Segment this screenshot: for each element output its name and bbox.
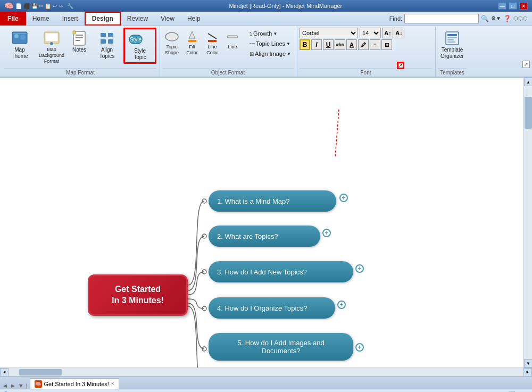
scroll-up-arrow[interactable]: ▲ (524, 78, 532, 86)
topic-4-plus[interactable]: + (337, 301, 346, 309)
font-row-1: Corbel 14 A↑ A↓ (300, 28, 404, 38)
close-button[interactable]: ✕ (519, 2, 528, 10)
topic-3[interactable]: 3. How do I Add New Topics? (209, 261, 353, 282)
more-button[interactable]: ⊞ (381, 39, 392, 50)
tab-icon: 🧠 (35, 380, 42, 388)
topic-1-plus[interactable]: + (339, 194, 348, 202)
align-topics-label: Align Topics (94, 47, 120, 60)
ribbon: Map Theme MapBackground Format (0, 26, 532, 78)
topic-5-plus[interactable]: + (355, 343, 364, 352)
topic-2[interactable]: 2. What are Topics? (209, 226, 320, 247)
menu-file[interactable]: File (0, 12, 26, 26)
fill-color-button[interactable]: FillColor (182, 28, 202, 57)
growth-dropdown-arrow: ▼ (273, 31, 277, 36)
font-color-button[interactable]: A (346, 39, 357, 50)
maximize-button[interactable]: □ (509, 2, 517, 10)
background-button[interactable]: MapBackground Format (36, 28, 67, 66)
canvas: Get StartedIn 3 Minutes! 1. What is a Mi… (0, 78, 523, 368)
underline-button[interactable]: U (323, 39, 334, 50)
topic-5-label: 5. How do I Add Images andDocuments? (237, 339, 324, 355)
topic-shape-button[interactable]: TopicShape (162, 28, 181, 57)
find-input[interactable] (404, 14, 479, 23)
find-search-icon[interactable]: 🔍 (481, 15, 489, 22)
svg-point-31 (202, 270, 206, 274)
topic-1-label: 1. What is a Mind Map? (217, 197, 290, 205)
menu-review[interactable]: Review (121, 12, 154, 26)
scroll-thumb-v[interactable] (525, 97, 532, 129)
horizontal-scrollbar: ◄ ► (0, 368, 532, 376)
nav-down[interactable]: ▼ (18, 382, 24, 389)
tab-get-started[interactable]: 🧠 Get Started In 3 Minutes! × (30, 378, 119, 389)
growth-button[interactable]: ⤵ Growth ▼ (247, 29, 294, 38)
topic-3-label: 3. How do I Add New Topics? (217, 268, 307, 276)
line-color-button[interactable]: LineColor (203, 28, 222, 57)
template-organizer-label: TemplateOrganizer (440, 47, 464, 60)
font-increase-btn[interactable]: A↑ (383, 28, 393, 38)
strikethrough-button[interactable]: abc (335, 39, 345, 50)
font-expand-button[interactable]: ↗ (397, 62, 404, 69)
topic-lines-button[interactable]: 〰 Topic Lines ▼ (247, 39, 294, 48)
line-color-icon (205, 29, 220, 44)
vertical-scrollbar: ▲ ▼ (523, 78, 532, 368)
notes-button[interactable]: Notes (68, 28, 90, 55)
window-title: Mindjet [Read-Only] - Mindjet MindManage… (73, 3, 498, 9)
ribbon-expand-button[interactable]: ↗ (522, 61, 530, 68)
background-label: MapBackground Format (39, 47, 64, 64)
svg-point-30 (202, 234, 206, 238)
tab-close-button[interactable]: × (111, 381, 114, 387)
svg-text:Style: Style (130, 37, 142, 43)
status-bar: 👤 Log In to Mindjet ▼ 🔄 ⊞ ⚙ (0, 389, 532, 392)
template-organizer-button[interactable]: TemplateOrganizer (438, 28, 467, 62)
topic-4-label: 4. How do I Organize Topics? (217, 304, 307, 312)
menu-home[interactable]: Home (26, 12, 56, 26)
central-topic[interactable]: Get StartedIn 3 Minutes! (88, 274, 188, 316)
map-theme-button[interactable]: Map Theme (4, 28, 35, 62)
topic-5[interactable]: 5. How do I Add Images andDocuments? (209, 333, 353, 361)
menu-bar: File Home Insert Design Review View Help… (0, 12, 532, 26)
font-name-select[interactable]: Corbel (300, 28, 358, 38)
topic-4[interactable]: 4. How do I Organize Topics? (209, 297, 335, 319)
line-button[interactable]: Line (223, 28, 242, 52)
font-group-label: Font (300, 68, 432, 76)
fill-color-icon (185, 29, 200, 44)
scroll-thumb-h[interactable] (19, 369, 62, 376)
nav-back[interactable]: ◄ (2, 382, 8, 389)
svg-point-29 (202, 199, 206, 203)
menu-view[interactable]: View (154, 12, 181, 26)
highlight-button[interactable]: 🖍 (358, 39, 369, 50)
scroll-right-arrow[interactable]: ► (523, 368, 532, 377)
align-topics-button[interactable]: Align Topics (92, 28, 122, 62)
svg-point-2 (20, 35, 26, 40)
nav-forward[interactable]: ► (10, 382, 16, 389)
font-size-select[interactable]: 14 (360, 28, 381, 38)
scroll-left-arrow[interactable]: ◄ (0, 368, 9, 377)
topic-1[interactable]: 1. What is a Mind Map? (209, 190, 336, 212)
menu-design[interactable]: Design (85, 12, 121, 26)
align-image-dropdown-arrow: ▼ (287, 52, 291, 56)
style-topic-icon: Style (127, 31, 144, 48)
svg-rect-22 (227, 36, 238, 38)
align-topics-icon (98, 30, 115, 47)
svg-rect-5 (45, 33, 58, 41)
align-left-button[interactable]: ≡ (370, 39, 380, 50)
topic-3-plus[interactable]: + (355, 264, 364, 273)
scroll-down-arrow[interactable]: ▼ (524, 359, 532, 368)
minimize-button[interactable]: — (498, 2, 506, 10)
svg-rect-11 (73, 31, 76, 34)
find-extra-icons[interactable]: ⬡⬡⬡ (513, 15, 528, 21)
font-expand-area: ↗ (397, 61, 404, 69)
menu-insert[interactable]: Insert (56, 12, 85, 26)
menu-help[interactable]: Help (181, 12, 207, 26)
align-image-button[interactable]: ⊞ Align Image ▼ (247, 49, 294, 59)
map-theme-icon (11, 30, 28, 47)
find-help-icon[interactable]: ❓ (503, 15, 511, 22)
topic-2-plus[interactable]: + (322, 229, 331, 237)
style-topic-button[interactable]: Style Style Topic (123, 28, 156, 64)
svg-line-20 (208, 34, 217, 39)
font-decrease-btn[interactable]: A↓ (394, 28, 404, 38)
italic-button[interactable]: I (311, 39, 322, 50)
bold-button[interactable]: B (300, 39, 310, 50)
notes-icon (71, 30, 88, 47)
connector-lines (0, 78, 523, 368)
find-options-icon[interactable]: ⚙▼ (491, 15, 501, 21)
